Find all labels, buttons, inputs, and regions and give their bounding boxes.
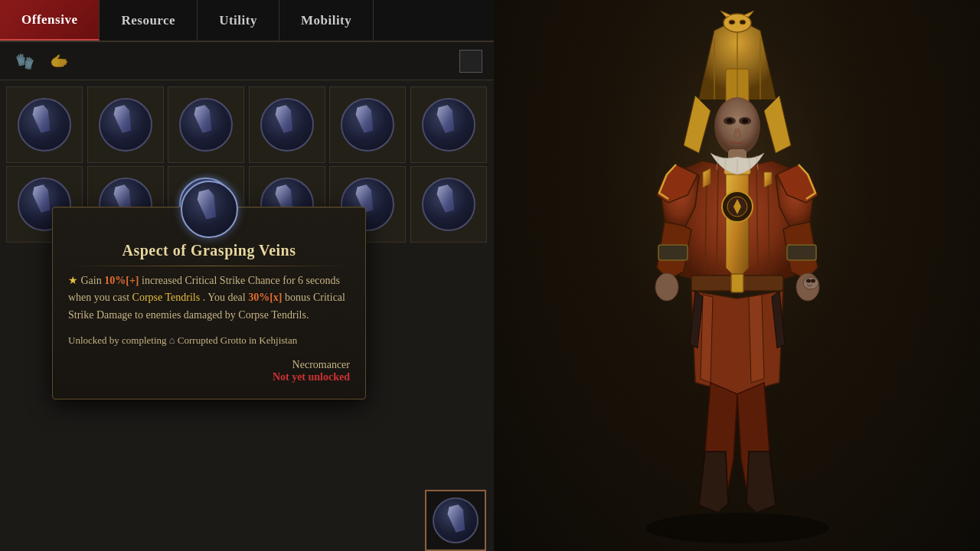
svg-point-12 — [742, 119, 748, 123]
unlock-prefix: Unlocked by completing — [68, 334, 167, 346]
dungeon-icon: ⌂ — [169, 334, 178, 346]
filter-icon-hand[interactable]: 🫱 — [46, 47, 73, 74]
bottom-skill-icon — [433, 497, 479, 543]
skill-cell-12[interactable] — [410, 166, 487, 243]
skill-cell-3[interactable] — [168, 86, 244, 163]
svg-rect-23 — [658, 245, 688, 260]
skill-name-1: Corpse Tendrils — [132, 292, 201, 303]
filter-icon-glove[interactable]: 🧤 — [11, 47, 38, 74]
tab-offensive[interactable]: Offensive — [0, 0, 100, 41]
svg-rect-22 — [731, 274, 743, 292]
class-name: Necromancer — [292, 359, 350, 371]
tooltip-overlay: Aspect of Grasping Veins ★ Gain 10%[+] i… — [52, 207, 366, 399]
tab-bar: Offensive Resource Utility Mobility — [0, 0, 494, 42]
svg-point-8 — [714, 97, 760, 155]
tooltip-divider — [68, 266, 350, 266]
skill-icon-3 — [179, 98, 233, 152]
skill-icon-1 — [18, 98, 71, 152]
tooltip-footer: Necromancer Not yet unlocked — [68, 359, 350, 383]
tab-utility[interactable]: Utility — [198, 0, 279, 41]
dungeon-name: Corrupted Grotto — [178, 334, 247, 346]
right-panel — [494, 0, 980, 551]
tooltip-description: ★ Gain 10%[+] increased Critical Strike … — [68, 272, 350, 324]
svg-point-27 — [803, 277, 818, 289]
desc-text-1: Gain — [81, 275, 105, 286]
svg-point-24 — [655, 273, 678, 301]
svg-rect-25 — [787, 245, 816, 260]
icon-filter-row: 🧤 🫱 — [0, 42, 494, 80]
value-1: 10%[+] — [104, 275, 139, 286]
desc-text-3: . You deal — [203, 292, 249, 303]
skill-icon-5 — [341, 98, 394, 152]
skill-cell-1[interactable] — [6, 86, 83, 163]
svg-point-30 — [645, 513, 829, 543]
tab-resource[interactable]: Resource — [100, 0, 198, 41]
tab-mobility[interactable]: Mobility — [279, 0, 374, 41]
character-svg — [584, 8, 890, 543]
svg-point-28 — [806, 279, 811, 283]
svg-point-7 — [740, 20, 746, 24]
left-panel: Offensive Resource Utility Mobility 🧤 🫱 — [0, 0, 494, 551]
skill-cell-6[interactable] — [410, 86, 487, 163]
skill-icon-4 — [260, 98, 314, 152]
skill-icon-12 — [422, 178, 475, 231]
skill-icon-2 — [99, 98, 152, 152]
character-background — [494, 0, 980, 551]
unlock-status: Not yet unlocked — [273, 371, 350, 383]
skill-cell-2[interactable] — [87, 86, 164, 163]
svg-point-29 — [811, 279, 815, 283]
tooltip-unlock: Unlocked by completing ⌂ Corrupted Grott… — [68, 333, 350, 348]
bottom-skill-slot[interactable] — [425, 490, 486, 551]
tooltip-icon-area — [68, 181, 350, 238]
skill-icon-6 — [422, 98, 475, 152]
tooltip-title: Aspect of Grasping Veins — [68, 242, 350, 259]
star-icon: ★ — [68, 275, 78, 286]
svg-point-5 — [724, 14, 751, 32]
tooltip-skill-icon — [181, 181, 238, 238]
filter-slot-box[interactable] — [459, 50, 482, 73]
main-container: Offensive Resource Utility Mobility 🧤 🫱 — [0, 0, 980, 551]
skill-cell-4[interactable] — [249, 86, 325, 163]
unlock-suffix: in Kehjistan — [249, 334, 297, 346]
svg-point-11 — [727, 119, 733, 123]
skill-cell-5[interactable] — [329, 86, 406, 163]
svg-point-6 — [729, 20, 735, 24]
value-2: 30%[x] — [248, 292, 282, 303]
